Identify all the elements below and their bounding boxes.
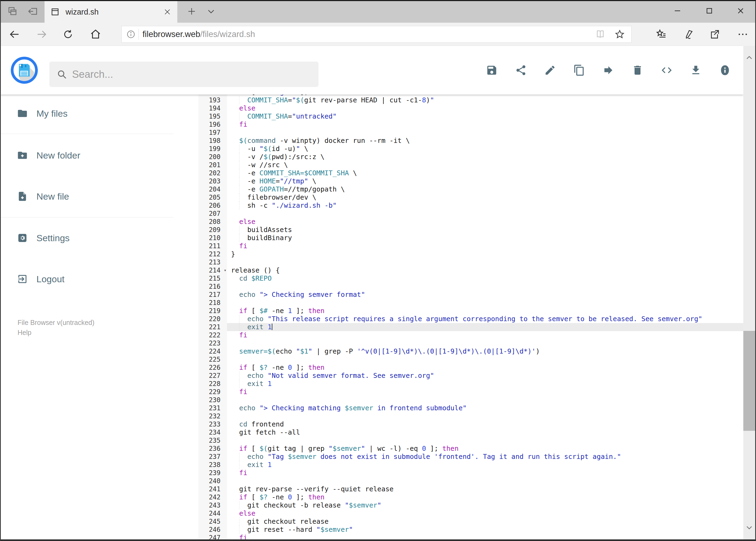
more-icon[interactable] xyxy=(732,23,754,46)
code-line: 218 xyxy=(198,299,743,307)
home-icon[interactable] xyxy=(86,23,105,46)
filebrowser-logo[interactable] xyxy=(11,57,38,84)
code-line: 223 xyxy=(198,339,743,347)
code-text: -w //src \ xyxy=(227,161,743,169)
code-line: 199 -u "$(id -u)" \ xyxy=(198,145,743,153)
code-text: -e COMMIT_SHA=$COMMIT_SHA \ xyxy=(227,169,743,177)
copy-icon[interactable] xyxy=(573,64,585,76)
line-number: 241 xyxy=(198,485,227,493)
page-scrollbar[interactable] xyxy=(743,46,755,539)
code-text: } xyxy=(227,250,743,258)
close-window-icon[interactable] xyxy=(732,0,749,22)
share-file-icon[interactable] xyxy=(515,64,527,76)
indent-guide xyxy=(239,202,239,210)
search-input[interactable]: Search... xyxy=(49,62,319,87)
code-line: 241 git rev-parse --verify --quiet relea… xyxy=(198,485,743,493)
code-line: 211 fi xyxy=(198,242,743,250)
sidebar-item-new-folder[interactable]: New folder xyxy=(1,146,173,165)
line-number: 199 xyxy=(198,145,227,153)
line-number: 217 xyxy=(198,290,227,299)
address-bar[interactable]: filebrowser.web/files/wizard.sh xyxy=(122,26,631,43)
code-line: 220 echo "This release script requires a… xyxy=(198,315,743,323)
set-tabs-aside-icon[interactable] xyxy=(24,0,42,23)
code-line: 245 git checkout release xyxy=(198,517,743,526)
tabs-dropdown-icon[interactable] xyxy=(203,0,219,23)
minimize-icon[interactable] xyxy=(669,0,686,22)
sidebar-item-logout[interactable]: Logout xyxy=(1,270,173,288)
browser-titlebar: wizard.sh xyxy=(0,0,756,23)
sidebar-divider xyxy=(1,217,173,218)
line-number: 230 xyxy=(198,396,227,404)
code-text: COMMIT_SHA="$(git rev-parse HEAD | cut -… xyxy=(227,96,743,104)
code-text: if [ $? -ne 0 ]; then xyxy=(227,363,743,372)
fold-arrow-icon[interactable]: ▾ xyxy=(224,266,226,274)
code-text xyxy=(227,412,743,420)
code-text: fi xyxy=(227,388,743,396)
line-number: 247 xyxy=(198,534,227,539)
edit-icon[interactable] xyxy=(544,64,556,76)
code-text xyxy=(227,477,743,485)
line-number: 194 xyxy=(198,104,227,112)
delete-icon[interactable] xyxy=(631,64,643,76)
tab-preview-icon[interactable] xyxy=(4,0,22,23)
code-line: 209 buildAssets xyxy=(198,226,743,234)
maximize-icon[interactable] xyxy=(701,0,718,22)
indent-guide xyxy=(239,194,239,202)
code-text: release () { xyxy=(227,266,743,274)
url-text: filebrowser.web/files/wizard.sh xyxy=(142,29,595,39)
site-info-icon[interactable] xyxy=(126,29,136,39)
code-line: 219 if [ $# -ne 1 ]; then xyxy=(198,307,743,315)
line-number: 242 xyxy=(198,493,227,501)
share-icon[interactable] xyxy=(705,23,724,46)
line-number: 244 xyxy=(198,509,227,517)
line-number: 225 xyxy=(198,355,227,363)
text-cursor xyxy=(272,323,272,330)
line-number: 238 xyxy=(198,461,227,469)
code-line: 244 else xyxy=(198,509,743,517)
sidebar-item-settings[interactable]: Settings xyxy=(1,229,173,248)
save-icon[interactable] xyxy=(486,64,498,76)
code-text: git checkout release xyxy=(227,517,743,526)
close-tab-icon[interactable] xyxy=(164,8,171,15)
refresh-icon[interactable] xyxy=(59,23,78,46)
info-icon[interactable] xyxy=(719,64,731,76)
code-line: 198 $(command -v winpty) docker run --rm… xyxy=(198,137,743,145)
new-tab-icon[interactable] xyxy=(183,0,200,23)
code-text: filebrowser/dev \ xyxy=(227,194,743,202)
code-line: 231 echo "> Checking matching $semver in… xyxy=(198,404,743,412)
code-text: echo "Not valid semver format. See semve… xyxy=(227,372,743,380)
code-line: 214▾release () { xyxy=(198,266,743,274)
line-number: 235 xyxy=(198,436,227,445)
forward-icon xyxy=(32,23,51,46)
sidebar-item-new-file[interactable]: New file xyxy=(1,187,173,206)
code-line: 210 buildBinary xyxy=(198,234,743,242)
scroll-up-icon[interactable] xyxy=(743,50,755,66)
hub-icon[interactable] xyxy=(652,23,671,46)
code-text xyxy=(227,339,743,347)
indent-guide xyxy=(239,96,239,104)
code-text: else xyxy=(227,104,743,112)
scroll-down-icon[interactable] xyxy=(743,519,755,536)
browser-tab[interactable]: wizard.sh xyxy=(45,1,177,23)
back-icon[interactable] xyxy=(5,23,24,46)
code-line: 230 xyxy=(198,396,743,404)
scrollbar-thumb[interactable] xyxy=(743,331,755,431)
source-code-icon[interactable] xyxy=(661,64,672,76)
download-icon[interactable] xyxy=(690,64,702,76)
code-line: 213 xyxy=(198,258,743,266)
code-editor[interactable]: 192 if [ -d ".git" ]; then193 COMMIT_SHA… xyxy=(198,95,743,539)
code-text xyxy=(227,210,743,218)
code-text: fi xyxy=(227,242,743,250)
help-link[interactable]: Help xyxy=(18,327,95,337)
line-number: 224 xyxy=(198,347,227,355)
code-text: -u "$(id -u)" \ xyxy=(227,145,743,153)
favorite-star-icon[interactable] xyxy=(615,29,625,39)
line-number: 214▾ xyxy=(198,266,227,274)
code-line: 202 -e COMMIT_SHA=$COMMIT_SHA \ xyxy=(198,169,743,177)
code-text: COMMIT_SHA="untracked" xyxy=(227,112,743,121)
annotate-pen-icon[interactable] xyxy=(679,23,698,46)
code-text: fi xyxy=(227,534,743,539)
sidebar-item-my-files[interactable]: My files xyxy=(1,104,173,123)
code-line: 217 echo "> Checking semver format" xyxy=(198,290,743,299)
move-icon[interactable] xyxy=(603,64,614,76)
